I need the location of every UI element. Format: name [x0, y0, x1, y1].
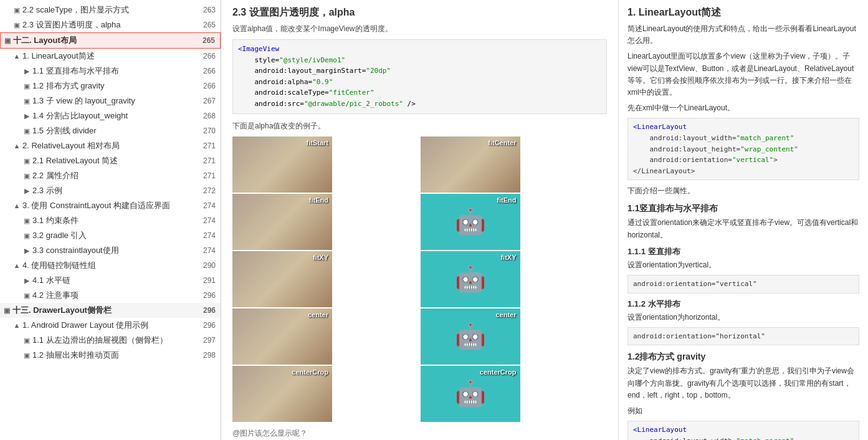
right-para-11: 通过设置orientation来确定水平或竖直排布子view。可选值有verti… [627, 217, 859, 241]
sidebar-item-s7[interactable]: ▣1.3 子 view 的 layout_gravity267 [0, 93, 221, 108]
img-label-centercrop1: centerCrop [292, 368, 328, 376]
sidebar-item-s21[interactable]: ▣十三. DrawerLayout侧骨栏296 [0, 303, 221, 318]
right-h3-111: 1.1.1 竖直排布 [627, 246, 859, 257]
toc-label-s19: 4.1 水平链 [32, 275, 202, 286]
toc-icon-s10: ▲ [12, 141, 21, 150]
toc-label-s18: 4. 使用链控制链性组 [22, 260, 202, 271]
sidebar-item-s8[interactable]: ▶1.4 分割占比layout_weight268 [0, 108, 221, 123]
toc-icon-s3: ▣ [3, 36, 12, 45]
toc-page-s4: 266 [202, 52, 221, 60]
toc-label-s23: 1.1 从左边滑出的抽屉视图（侧骨栏） [32, 335, 202, 346]
section-desc: 设置alpha值，能改变某个ImageView的透明度。 [232, 23, 607, 34]
right-h2-11: 1.1竖直排布与水平排布 [627, 203, 859, 214]
toc-icon-s17: ▶ [22, 246, 31, 255]
sidebar-item-s12[interactable]: ▣2.2 属性介绍271 [0, 168, 221, 183]
sidebar-item-s18[interactable]: ▲4. 使用链控制链性组290 [0, 258, 221, 273]
sidebar-item-s14[interactable]: ▲3. 使用 ConstraintLayout 构建自适应界面274 [0, 198, 221, 213]
toc-page-s15: 274 [202, 216, 221, 225]
sidebar-item-s23[interactable]: ▣1.1 从左边滑出的抽屉视图（侧骨栏）297 [0, 333, 221, 348]
toc-page-s20: 296 [202, 291, 221, 300]
sidebar-item-s6[interactable]: ▣1.2 排布方式 gravity266 [0, 79, 221, 93]
toc-icon-s16: ▣ [22, 231, 31, 240]
toc-page-s17: 274 [202, 246, 221, 255]
img-fitxy-1: fitXY [232, 251, 332, 307]
img-fitend-1: fitEnd [232, 194, 332, 250]
toc-page-s19: 291 [202, 276, 221, 285]
sidebar-item-s11[interactable]: ▣2.1 RelativeLayout 简述271 [0, 153, 221, 168]
sidebar-item-s5[interactable]: ▶1.1 竖直排布与水平排布266 [0, 64, 221, 79]
toc-label-s2: 2.3 设置图片透明度，alpha [22, 19, 202, 31]
toc-icon-s9: ▣ [22, 127, 31, 135]
android-icon-2: 🤖 [455, 264, 486, 294]
right-code-horizontal: android:orientation="horizontal" [627, 327, 859, 346]
toc-page-s1: 263 [202, 6, 221, 14]
toc-icon-s13: ▶ [22, 186, 31, 195]
sidebar-item-s13[interactable]: ▶2.3 示例272 [0, 183, 221, 198]
toc-label-s10: 2. RelativeLayout 相对布局 [22, 140, 202, 151]
sidebar-item-s19[interactable]: ▶4.1 水平链291 [0, 273, 221, 288]
android-icon-4: 🤖 [455, 379, 486, 408]
right-para-112: 设置orientation为horizontal。 [627, 312, 859, 323]
toc-label-s11: 2.1 RelativeLayout 简述 [32, 155, 202, 166]
toc-page-s14: 274 [202, 201, 221, 210]
toc-icon-s24: ▣ [22, 351, 31, 360]
bottom-note: @图片该怎么显示呢？ [232, 428, 607, 439]
right-h3-112: 1.1.2 水平排布 [627, 299, 859, 310]
sidebar-item-s9[interactable]: ▣1.5 分割线 divider270 [0, 123, 221, 138]
toc-icon-s14: ▲ [12, 201, 21, 210]
sidebar-item-s24[interactable]: ▣1.2 抽屉出来时推动页面298 [0, 348, 221, 363]
img-label-fitstart: fitStart [307, 139, 328, 146]
image-grid: fitStart fitCenter fitEnd 🤖 fitEnd fitXY… [232, 136, 607, 422]
toc-label-s16: 3.2 gradle 引入 [32, 230, 202, 241]
img-label-fitxy2: fitXY [500, 254, 516, 261]
toc-page-s6: 266 [202, 82, 221, 90]
toc-label-s5: 1.1 竖直排布与水平排布 [32, 65, 202, 77]
sidebar-item-s15[interactable]: ▣3.1 约束条件274 [0, 213, 221, 228]
code-note: 下面是alpha值改变的例子。 [232, 120, 607, 132]
toc-icon-s6: ▣ [22, 82, 31, 90]
img-fitstart: fitStart [232, 136, 332, 193]
toc-icon-s8: ▶ [22, 112, 31, 120]
img-centercrop-1: centerCrop [232, 366, 332, 422]
sidebar-item-s10[interactable]: ▲2. RelativeLayout 相对布局271 [0, 138, 221, 153]
toc-icon-s15: ▣ [22, 216, 31, 225]
img-label-center1: center [308, 311, 328, 318]
toc-page-s23: 297 [202, 336, 221, 345]
right-panel: 1. LinearLayout简述 简述LinearLayout的使用方式和特点… [619, 0, 868, 440]
toc-label-s12: 2.2 属性介绍 [32, 170, 202, 181]
right-h1: 1. LinearLayout简述 [627, 6, 859, 19]
sidebar-item-s16[interactable]: ▣3.2 gradle 引入274 [0, 228, 221, 243]
right-code-gravity: <LinearLayout android:layout_width="matc… [627, 421, 859, 440]
sidebar-item-s2[interactable]: ▣2.3 设置图片透明度，alpha265 [0, 17, 221, 32]
toc-icon-s5: ▶ [22, 67, 31, 75]
toc-page-s13: 272 [202, 186, 221, 195]
toc-icon-s18: ▲ [12, 261, 21, 270]
sidebar-item-s20[interactable]: ▣4.2 注意事项296 [0, 288, 221, 303]
toc-icon-s12: ▣ [22, 171, 31, 180]
toc-page-s16: 274 [202, 231, 221, 240]
sidebar-item-s4[interactable]: ▲1. LinearLayout简述266 [0, 49, 221, 64]
toc-label-s1: 2.2 scaleType，图片显示方式 [22, 4, 202, 16]
toc-icon-s7: ▣ [22, 97, 31, 105]
img-fitend-2: 🤖 fitEnd [421, 194, 520, 250]
toc-icon-s23: ▣ [22, 336, 31, 345]
sidebar-item-s17[interactable]: ▶3.3 constraintlayout使用274 [0, 243, 221, 258]
sidebar-item-s22[interactable]: ▲1. Android Drawer Layout 使用示例296 [0, 318, 221, 333]
toc-icon-s4: ▲ [12, 52, 21, 60]
img-fitxy-2: 🤖 fitXY [421, 251, 520, 307]
toc-page-s8: 268 [202, 112, 221, 120]
sidebar-item-s1[interactable]: ▣2.2 scaleType，图片显示方式263 [0, 2, 221, 17]
img-center-2: 🤖 center [421, 308, 520, 365]
toc-page-s11: 271 [202, 156, 221, 165]
sidebar-item-s3[interactable]: ▣十二. Layout布局265 [0, 32, 221, 49]
toc-icon-s22: ▲ [12, 321, 21, 330]
toc-page-s12: 271 [202, 171, 221, 180]
code-block-1: <ImageView style="@style/ivDemo1" androi… [232, 39, 607, 114]
toc-label-s7: 1.3 子 view 的 layout_gravity [32, 95, 202, 107]
toc-label-s20: 4.2 注意事项 [32, 290, 202, 301]
toc-page-s3: 265 [201, 36, 220, 45]
toc-page-s18: 290 [202, 261, 221, 270]
img-centercrop-2: 🤖 centerCrop [421, 366, 520, 422]
toc-page-s2: 265 [202, 21, 221, 29]
toc-label-s21: 十三. DrawerLayout侧骨栏 [12, 305, 202, 316]
